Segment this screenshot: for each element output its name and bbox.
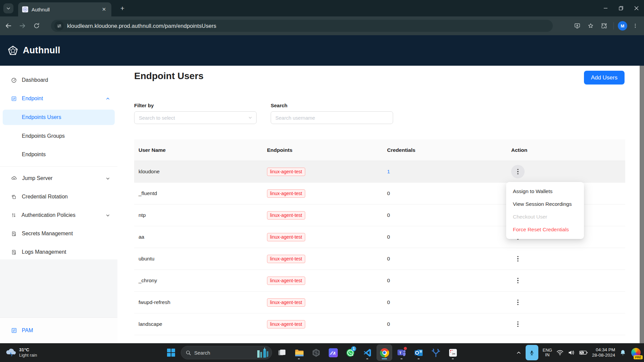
filter-by-label: Filter by (134, 103, 257, 108)
credentials-cell: 0 (383, 190, 507, 196)
row-actions-button[interactable] (511, 274, 525, 287)
windows-logo-icon (167, 348, 175, 357)
hexagon-app-button[interactable] (309, 345, 323, 360)
extensions-button[interactable] (599, 20, 609, 31)
site-settings-button[interactable] (54, 21, 64, 31)
minimize-icon (603, 6, 608, 10)
chevron-down-icon (248, 116, 252, 120)
sidebar-item-label: Dashboard (22, 77, 48, 83)
battery-charging-icon[interactable] (579, 350, 588, 355)
add-users-button[interactable]: Add Users (584, 71, 625, 84)
browser-menu-button[interactable] (630, 20, 641, 31)
search-username-input[interactable] (271, 111, 393, 124)
menu-item-assign-to-wallets[interactable]: Assign to Wallets (506, 185, 584, 198)
taskbar-search-box[interactable]: Search (181, 346, 272, 359)
page-scrollbar[interactable] (640, 66, 644, 343)
bookmark-button[interactable] (585, 20, 596, 31)
taskbar-search-placeholder: Search (194, 350, 252, 356)
sidebar-item-endpoint[interactable]: Endpoint (0, 91, 117, 106)
window-close-button[interactable] (629, 0, 644, 16)
coral-app-button[interactable] (428, 345, 443, 360)
vscode-button[interactable] (360, 345, 375, 360)
language-indicator[interactable]: ENG IN (543, 348, 552, 357)
chevron-down-icon (106, 213, 110, 218)
sidebar-item-endpoints-users[interactable]: Endpoints Users (3, 110, 115, 125)
notification-bell-icon[interactable] (620, 349, 626, 356)
task-view-icon (277, 348, 286, 357)
sidebar-item-jump-server[interactable]: Jump Server (0, 171, 117, 186)
menu-item-view-session-recordings[interactable]: View Session Recordings (506, 198, 584, 210)
tray-expand-chevron-icon[interactable] (516, 350, 521, 355)
profile-avatar[interactable]: M (618, 21, 627, 31)
running-indicator (452, 358, 454, 359)
row-actions-button[interactable] (511, 165, 525, 178)
pam-icon (11, 327, 17, 334)
forward-icon (19, 22, 26, 29)
sidebar-footer-label: PAM (22, 327, 33, 334)
table-row: _chrony linux-agent-test 0 (134, 270, 625, 292)
copilot-button[interactable]: PRE (631, 346, 641, 359)
menu-item-force-reset-credentials[interactable]: Force Reset Credentials (506, 223, 584, 236)
tab-search-button[interactable] (3, 3, 13, 13)
whatsapp-button[interactable]: 1 (343, 345, 358, 360)
wifi-icon[interactable] (556, 350, 564, 356)
table-row: landscape linux-agent-test 0 (134, 313, 625, 335)
m-app-button[interactable]: ∕∕∧ (326, 345, 340, 360)
clock[interactable]: 04:34 PM 28-08-2024 (592, 347, 615, 358)
sidebar-item-endpoints[interactable]: Endpoints (0, 147, 117, 162)
sidebar-nav: Dashboard Endpoint Endpoints Users Endpo… (0, 66, 117, 259)
browser-titlebar: Authnull ✕ + (0, 0, 644, 16)
content-head: Endpoint Users Add Users (134, 71, 625, 84)
user-name-cell: _chrony (134, 278, 263, 284)
reload-icon (33, 22, 40, 29)
task-view-button[interactable] (274, 345, 289, 360)
credentials-link[interactable]: 1 (383, 169, 507, 175)
start-button[interactable] (164, 345, 178, 360)
user-name-cell: kloudone (134, 169, 263, 175)
url-bar[interactable]: kloudlearn.kloudone.prod.authnull.com/pa… (51, 20, 553, 32)
sidebar-item-logs-management[interactable]: Logs Management (0, 245, 117, 259)
row-actions-button[interactable] (511, 252, 525, 265)
secrets-management-icon (11, 231, 17, 237)
sidebar-item-authentication-policies[interactable]: Authentication Policies (0, 208, 117, 223)
outlook-button[interactable] (411, 345, 426, 360)
search-highlight-image (255, 348, 270, 358)
sidebar-item-dashboard[interactable]: Dashboard (0, 73, 117, 87)
taskbar: 31°C Light rain Search (0, 343, 644, 362)
column-header-action: Action (507, 147, 625, 153)
row-actions-menu: Assign to Wallets View Session Recording… (506, 182, 584, 239)
new-tab-button[interactable]: + (118, 4, 127, 13)
snipping-tool-button[interactable]: ✂ (445, 345, 460, 360)
forward-button[interactable] (17, 20, 28, 32)
reload-button[interactable] (31, 20, 42, 32)
microphone-button[interactable] (526, 345, 538, 360)
sidebar-item-endpoints-groups[interactable]: Endpoints Groups (0, 129, 117, 143)
sidebar-item-secrets-management[interactable]: Secrets Management (0, 226, 117, 241)
back-button[interactable] (3, 20, 14, 32)
sidebar-item-label: Secrets Management (22, 231, 73, 237)
tab-close-icon[interactable]: ✕ (101, 6, 107, 13)
row-actions-button[interactable] (511, 296, 525, 309)
sidebar-item-credential-rotation[interactable]: Credential Rotation (0, 189, 117, 204)
browser-tab-authnull[interactable]: Authnull ✕ (18, 2, 111, 16)
window-minimize-button[interactable] (598, 0, 613, 16)
sidebar-footer-pam[interactable]: PAM (0, 317, 117, 343)
teams-button[interactable]: T (394, 345, 409, 360)
weather-widget[interactable]: 31°C Light rain (3, 345, 39, 360)
chevron-down-icon (6, 6, 11, 11)
row-actions-button[interactable] (511, 317, 525, 331)
menu-item-checkout-user: Checkout User (506, 210, 584, 223)
filter-select-input[interactable] (134, 111, 257, 124)
volume-icon[interactable] (568, 350, 575, 356)
filter-select[interactable] (134, 111, 257, 124)
chrome-button[interactable] (377, 345, 392, 360)
search-group: Search (271, 103, 393, 124)
weather-description: Light rain (19, 353, 37, 358)
web-page: Authnull Dashboard Endpoint Endpoints U (0, 35, 644, 343)
file-explorer-button[interactable] (291, 345, 306, 360)
install-app-button[interactable] (572, 20, 583, 31)
search-field[interactable] (271, 111, 393, 124)
window-restore-button[interactable] (613, 0, 629, 16)
sidebar-item-label: Endpoints Users (22, 114, 61, 120)
user-name-cell: ubuntu (134, 256, 263, 262)
